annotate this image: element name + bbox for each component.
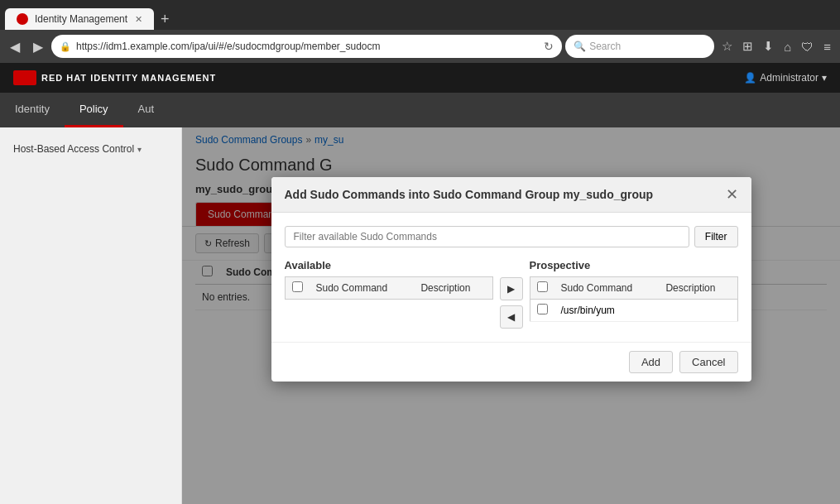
admin-chevron-icon: ▾ bbox=[822, 72, 827, 84]
dual-list: Available Sudo Command Descr bbox=[285, 259, 738, 329]
available-panel: Available Sudo Command Descr bbox=[285, 259, 493, 300]
available-description-header: Description bbox=[414, 277, 492, 300]
arrow-left-icon: ◀ bbox=[507, 311, 515, 323]
sync-icon[interactable]: ⊞ bbox=[738, 36, 757, 57]
home-icon[interactable]: ⌂ bbox=[780, 36, 795, 57]
available-select-all-checkbox[interactable] bbox=[292, 281, 303, 292]
admin-label: Administrator bbox=[760, 72, 818, 84]
filter-input[interactable] bbox=[285, 226, 689, 247]
prospective-row-checkbox[interactable] bbox=[537, 304, 548, 314]
dialog-close-button[interactable]: ✕ bbox=[726, 187, 738, 202]
prospective-description-header: Description bbox=[659, 277, 737, 300]
main-nav: Identity Policy Aut bbox=[0, 93, 840, 127]
sidebar: Host-Based Access Control ▾ bbox=[0, 127, 182, 504]
prospective-table-row: /usr/bin/yum bbox=[530, 300, 737, 322]
bookmark-icon[interactable]: ☆ bbox=[718, 36, 737, 57]
prospective-panel: Prospective Sudo Command Des bbox=[530, 259, 738, 322]
move-right-button[interactable]: ▶ bbox=[500, 277, 523, 300]
sidebar-item-hbac[interactable]: Host-Based Access Control ▾ bbox=[0, 137, 181, 161]
dialog-title: Add Sudo Commands into Sudo Command Grou… bbox=[285, 188, 654, 201]
forward-button[interactable]: ▶ bbox=[28, 36, 48, 58]
available-select-all-header bbox=[285, 277, 310, 300]
tab-favicon bbox=[17, 13, 28, 25]
prospective-command-cell: /usr/bin/yum bbox=[554, 300, 660, 322]
search-icon: 🔍 bbox=[574, 41, 586, 52]
lock-icon: 🔒 bbox=[60, 41, 71, 52]
sidebar-item-hbac-label: Host-Based Access Control bbox=[13, 143, 134, 155]
browser-tabs: Identity Management ✕ + bbox=[0, 0, 840, 30]
nav-item-policy[interactable]: Policy bbox=[65, 93, 123, 127]
url-text: https://idm1.example.com/ipa/ui/#/e/sudo… bbox=[76, 41, 539, 52]
available-title: Available bbox=[285, 259, 493, 271]
nav-item-aut[interactable]: Aut bbox=[123, 93, 170, 127]
prospective-sudo-command-header: Sudo Command bbox=[554, 277, 660, 300]
dialog-body: Filter Available bbox=[271, 213, 751, 342]
prospective-title: Prospective bbox=[530, 259, 738, 271]
nav-label-identity: Identity bbox=[15, 103, 50, 115]
redhat-hat-icon bbox=[13, 70, 36, 85]
download-icon[interactable]: ⬇ bbox=[759, 36, 778, 57]
prospective-select-all-header bbox=[530, 277, 554, 300]
browser-nav: ◀ ▶ 🔒 https://idm1.example.com/ipa/ui/#/… bbox=[0, 30, 840, 63]
tab-close-btn[interactable]: ✕ bbox=[135, 14, 142, 25]
prospective-select-all-checkbox[interactable] bbox=[537, 281, 548, 292]
active-tab[interactable]: Identity Management ✕ bbox=[5, 8, 154, 30]
available-table: Sudo Command Description bbox=[285, 276, 493, 300]
dialog-cancel-button[interactable]: Cancel bbox=[679, 351, 737, 373]
dialog-header: Add Sudo Commands into Sudo Command Grou… bbox=[271, 177, 751, 213]
admin-icon: 👤 bbox=[744, 72, 756, 84]
menu-icon[interactable]: ≡ bbox=[819, 36, 835, 57]
filter-button[interactable]: Filter bbox=[694, 226, 738, 247]
shield-icon[interactable]: 🛡 bbox=[797, 36, 818, 57]
content-area: Host-Based Access Control ▾ Sudo Command… bbox=[0, 127, 840, 504]
prospective-row-checkbox-cell bbox=[530, 300, 554, 322]
arrow-right-icon: ▶ bbox=[507, 283, 515, 295]
logo-text: RED HAT IDENTITY MANAGEMENT bbox=[41, 73, 216, 83]
filter-row: Filter bbox=[285, 226, 738, 247]
app: RED HAT IDENTITY MANAGEMENT 👤 Administra… bbox=[0, 63, 840, 504]
browser-search-bar[interactable]: 🔍 Search bbox=[565, 35, 714, 58]
nav-icons: ☆ ⊞ ⬇ ⌂ 🛡 ≡ bbox=[718, 36, 835, 57]
tab-title: Identity Management bbox=[35, 13, 127, 25]
dialog-add-button[interactable]: Add bbox=[629, 351, 673, 373]
move-left-button[interactable]: ◀ bbox=[500, 305, 523, 329]
chevron-down-icon: ▾ bbox=[137, 145, 142, 154]
new-tab-button[interactable]: + bbox=[154, 8, 176, 30]
browser-chrome: Identity Management ✕ + ◀ ▶ 🔒 https://id… bbox=[0, 0, 840, 63]
address-bar[interactable]: 🔒 https://idm1.example.com/ipa/ui/#/e/su… bbox=[51, 35, 562, 58]
prospective-description-cell bbox=[659, 300, 737, 322]
admin-button[interactable]: 👤 Administrator ▾ bbox=[744, 72, 827, 84]
dialog-overlay: Add Sudo Commands into Sudo Command Grou… bbox=[182, 127, 840, 504]
add-sudo-commands-dialog: Add Sudo Commands into Sudo Command Grou… bbox=[271, 177, 751, 382]
search-placeholder: Search bbox=[589, 41, 621, 52]
redhat-logo: RED HAT IDENTITY MANAGEMENT bbox=[13, 70, 216, 85]
available-sudo-command-header: Sudo Command bbox=[310, 277, 415, 300]
main-content: Sudo Command Groups » my_su Sudo Command… bbox=[182, 127, 840, 504]
top-bar: RED HAT IDENTITY MANAGEMENT 👤 Administra… bbox=[0, 63, 840, 93]
prospective-table: Sudo Command Description /usr/bin/yum bbox=[530, 276, 738, 322]
reload-button[interactable]: ↻ bbox=[544, 40, 554, 53]
nav-item-identity[interactable]: Identity bbox=[0, 93, 65, 127]
arrow-buttons: ▶ ◀ bbox=[493, 277, 530, 329]
dialog-footer: Add Cancel bbox=[271, 342, 751, 382]
nav-label-aut: Aut bbox=[138, 103, 155, 115]
nav-label-policy: Policy bbox=[79, 103, 108, 115]
back-button[interactable]: ◀ bbox=[5, 36, 25, 58]
